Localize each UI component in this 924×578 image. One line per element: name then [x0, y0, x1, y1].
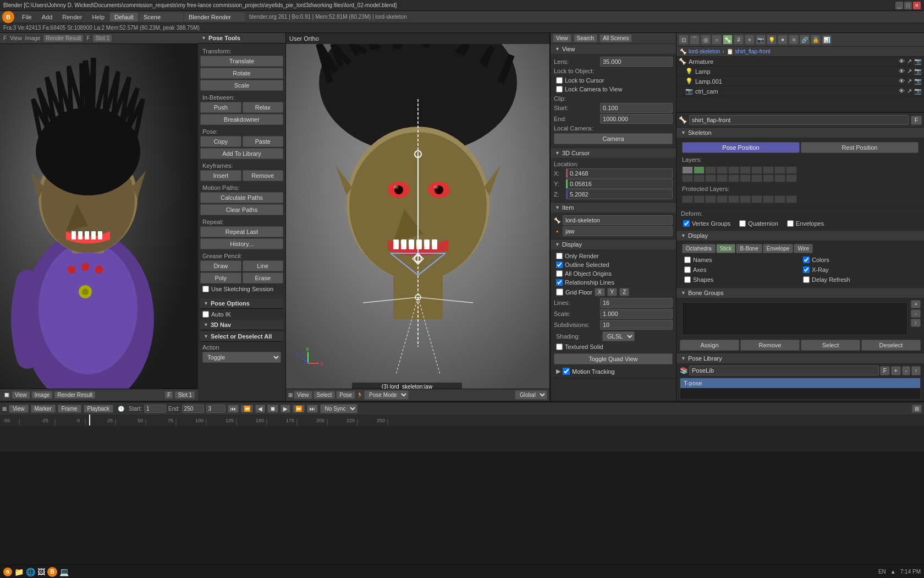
push-btn[interactable]: Push — [200, 102, 241, 113]
layer-13[interactable] — [705, 175, 716, 182]
z-grid-btn[interactable]: Z — [619, 288, 629, 296]
icon-data[interactable]: 📊 — [822, 35, 832, 45]
deselect-group-btn[interactable]: Deselect — [861, 340, 921, 351]
goto-start-btn[interactable]: ⏮ — [228, 405, 239, 413]
eye-icon[interactable]: 👁 — [899, 58, 905, 65]
textured-solid-checkbox[interactable] — [556, 343, 563, 350]
vertex-groups-cb[interactable] — [683, 220, 690, 227]
layer-1[interactable] — [682, 166, 693, 174]
bone-group-add[interactable]: + — [911, 300, 921, 308]
paste-btn[interactable]: Paste — [243, 136, 284, 147]
tl-extra1[interactable]: ⊞ — [912, 405, 922, 413]
render-icon4[interactable]: 📷 — [914, 88, 922, 95]
layer-11[interactable] — [682, 175, 693, 182]
line-btn[interactable]: Line — [243, 260, 284, 271]
assign-btn[interactable]: Assign — [680, 340, 739, 351]
iv-image-btn[interactable]: Image — [32, 391, 53, 399]
add-library-btn[interactable]: Add To Library — [200, 148, 283, 159]
layer-12[interactable] — [694, 175, 705, 182]
select-group-btn[interactable]: Select — [801, 340, 860, 351]
breadcrumb-skeleton[interactable]: lord-skeleton — [689, 48, 720, 54]
player-7[interactable] — [751, 195, 762, 203]
clip-end-input[interactable] — [600, 114, 673, 124]
layer-2[interactable] — [694, 166, 705, 174]
pose-lib-remove-btn[interactable]: - — [902, 366, 910, 375]
view-btn[interactable]: View — [294, 391, 312, 399]
search-btn[interactable]: Search — [574, 34, 598, 42]
skeleton-header[interactable]: ▼ Skeleton — [676, 128, 924, 138]
menu-file[interactable]: File — [18, 13, 36, 21]
lock-camera-checkbox[interactable] — [556, 86, 563, 92]
cursor-section-header[interactable]: ▼ 3D Cursor — [551, 148, 676, 158]
icon-armature[interactable]: 🦴 — [723, 35, 733, 45]
viewport-scene[interactable]: X Y Z (3) lord_skeleton:jaw — [286, 44, 549, 388]
sketching-checkbox[interactable] — [202, 286, 209, 292]
names-cb[interactable] — [684, 257, 691, 263]
pose-t-pose[interactable]: T-pose — [680, 378, 920, 388]
icon-constraints[interactable]: 🔗 — [800, 35, 810, 45]
bone-groups-header[interactable]: ▼ Bone Groups — [676, 288, 924, 298]
icon-surface[interactable]: ◎ — [701, 35, 711, 45]
layer-6[interactable] — [740, 166, 751, 174]
icon-lattice[interactable]: # — [734, 35, 744, 45]
erase-btn[interactable]: Erase — [243, 272, 284, 283]
mode-selector[interactable]: Default — [110, 13, 138, 21]
pose-lib-move-btn[interactable]: ↑ — [911, 366, 921, 375]
play-rev-btn[interactable]: ◀ — [255, 405, 265, 413]
end-input[interactable] — [182, 405, 204, 413]
colors-cb[interactable] — [803, 257, 810, 263]
player-6[interactable] — [740, 195, 751, 203]
xray-cb[interactable] — [803, 266, 810, 273]
iv-view-btn[interactable]: View — [12, 391, 30, 399]
pose-lib-input[interactable] — [689, 366, 879, 375]
layer-16[interactable] — [740, 175, 751, 182]
action-select[interactable]: Toggle — [202, 352, 281, 363]
menu-help[interactable]: Help — [87, 13, 109, 21]
draw-btn[interactable]: Draw — [200, 260, 241, 271]
lens-input[interactable] — [600, 57, 673, 67]
start-input[interactable] — [144, 405, 166, 413]
image-viewer-slot[interactable]: Slot 1 — [93, 35, 112, 42]
terminal-icon[interactable]: 💻 — [59, 568, 69, 576]
layer-3[interactable] — [705, 166, 716, 174]
wire-btn[interactable]: Wire — [794, 244, 813, 253]
player-8[interactable] — [763, 195, 774, 203]
main-viewport[interactable]: User Ortho — [286, 33, 550, 401]
translate-btn[interactable]: Translate — [200, 56, 283, 67]
layer-5[interactable] — [728, 166, 739, 174]
play-btn[interactable]: ▶ — [280, 405, 290, 413]
next-frame-btn[interactable]: ⏩ — [293, 405, 305, 413]
icon-curve[interactable]: ⌒ — [690, 35, 700, 45]
app-icon1[interactable]: 🖼 — [37, 568, 45, 576]
envelopes-cb[interactable] — [787, 220, 794, 227]
bone-name-f-btn[interactable]: F — [911, 116, 922, 125]
layer-4[interactable] — [717, 166, 728, 174]
image-viewer-view[interactable]: View — [10, 35, 22, 41]
browser-icon[interactable]: 🌐 — [26, 568, 35, 576]
outliner-lamp[interactable]: 💡 Lamp 👁 ↗ 📷 — [676, 67, 924, 77]
camera-btn[interactable]: Camera — [554, 133, 673, 144]
tl-playback-btn[interactable]: Playback — [84, 405, 114, 413]
icon-lamp2[interactable]: 💡 — [767, 35, 777, 45]
envelope-btn[interactable]: Envelope — [763, 244, 794, 253]
outline-selected-checkbox[interactable] — [556, 261, 563, 268]
y-input[interactable] — [566, 179, 673, 189]
outliner-cam[interactable]: 📷 ctrl_cam 👁 ↗ 📷 — [676, 86, 924, 96]
blender-logo[interactable]: B — [2, 11, 14, 23]
remove-btn[interactable]: Remove — [243, 170, 284, 181]
eye-icon3[interactable]: 👁 — [899, 78, 905, 85]
goto-end-btn[interactable]: ⏭ — [307, 405, 318, 413]
scale-input[interactable] — [600, 309, 673, 319]
pose-mode-select[interactable]: Pose Mode — [364, 390, 409, 400]
layer-7[interactable] — [751, 166, 762, 174]
x-grid-btn[interactable]: X — [595, 288, 605, 296]
clear-paths-btn[interactable]: Clear Paths — [200, 204, 283, 215]
pose-position-btn[interactable]: Pose Position — [682, 142, 800, 153]
player-1[interactable] — [682, 195, 693, 203]
display-section-header[interactable]: ▼ Display — [551, 239, 676, 249]
scale-btn[interactable]: Scale — [200, 80, 283, 91]
stop-btn[interactable]: ⏹ — [267, 405, 278, 413]
sync-select[interactable]: No Sync — [320, 404, 358, 413]
player-10[interactable] — [786, 195, 797, 203]
item-section-header[interactable]: ▼ Item — [551, 203, 676, 212]
